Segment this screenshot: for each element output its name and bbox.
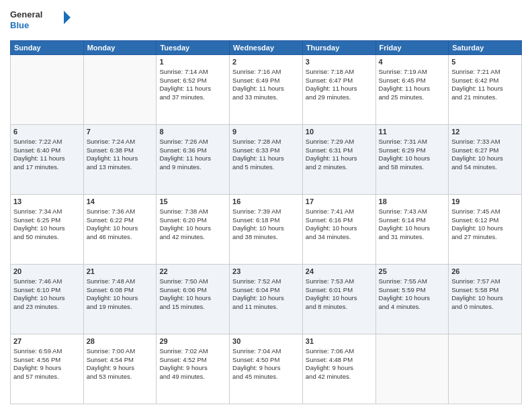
day-detail: Sunrise: 7:26 AM Sunset: 6:36 PM Dayligh… bbox=[159, 138, 226, 172]
day-detail: Sunrise: 7:16 AM Sunset: 6:49 PM Dayligh… bbox=[232, 68, 300, 102]
day-detail: Sunrise: 7:46 AM Sunset: 6:10 PM Dayligh… bbox=[13, 277, 81, 312]
cell-week5-day2: 29Sunrise: 7:02 AM Sunset: 4:52 PM Dayli… bbox=[157, 334, 230, 404]
day-number: 9 bbox=[232, 127, 300, 137]
cell-week4-day4: 24Sunrise: 7:53 AM Sunset: 6:01 PM Dayli… bbox=[302, 265, 375, 334]
header-monday: Monday bbox=[83, 41, 157, 55]
day-detail: Sunrise: 7:31 AM Sunset: 6:29 PM Dayligh… bbox=[379, 138, 446, 172]
svg-text:Blue: Blue bbox=[10, 20, 29, 30]
day-number: 31 bbox=[306, 336, 373, 347]
day-detail: Sunrise: 7:48 AM Sunset: 6:08 PM Dayligh… bbox=[87, 277, 154, 312]
day-detail: Sunrise: 7:36 AM Sunset: 6:22 PM Dayligh… bbox=[87, 208, 154, 242]
day-number: 10 bbox=[306, 127, 373, 137]
svg-marker-2 bbox=[64, 11, 71, 24]
cell-week4-day3: 23Sunrise: 7:52 AM Sunset: 6:04 PM Dayli… bbox=[230, 265, 303, 334]
header-thursday: Thursday bbox=[302, 41, 375, 55]
day-number: 5 bbox=[451, 57, 519, 67]
day-number: 16 bbox=[232, 197, 300, 207]
header-tuesday: Tuesday bbox=[157, 41, 230, 55]
header-wednesday: Wednesday bbox=[230, 41, 303, 55]
cell-week2-day3: 9Sunrise: 7:28 AM Sunset: 6:33 PM Daylig… bbox=[230, 125, 303, 195]
day-detail: Sunrise: 7:38 AM Sunset: 6:20 PM Dayligh… bbox=[159, 208, 226, 242]
day-detail: Sunrise: 7:57 AM Sunset: 5:58 PM Dayligh… bbox=[451, 277, 519, 312]
day-number: 18 bbox=[379, 197, 446, 207]
cell-week3-day2: 15Sunrise: 7:38 AM Sunset: 6:20 PM Dayli… bbox=[157, 195, 230, 265]
day-number: 1 bbox=[159, 57, 226, 67]
week-row-5: 27Sunrise: 6:59 AM Sunset: 4:56 PM Dayli… bbox=[11, 334, 522, 404]
day-detail: Sunrise: 7:39 AM Sunset: 6:18 PM Dayligh… bbox=[232, 208, 300, 242]
day-detail: Sunrise: 7:53 AM Sunset: 6:01 PM Dayligh… bbox=[306, 277, 373, 312]
week-row-4: 20Sunrise: 7:46 AM Sunset: 6:10 PM Dayli… bbox=[11, 265, 522, 334]
cell-week2-day4: 10Sunrise: 7:29 AM Sunset: 6:31 PM Dayli… bbox=[302, 125, 375, 195]
cell-week3-day1: 14Sunrise: 7:36 AM Sunset: 6:22 PM Dayli… bbox=[83, 195, 157, 265]
day-detail: Sunrise: 7:28 AM Sunset: 6:33 PM Dayligh… bbox=[232, 138, 300, 172]
cell-week3-day5: 18Sunrise: 7:43 AM Sunset: 6:14 PM Dayli… bbox=[375, 195, 449, 265]
page: General Blue SundayMondayTuesdayWednesda… bbox=[0, 0, 532, 411]
week-row-2: 6Sunrise: 7:22 AM Sunset: 6:40 PM Daylig… bbox=[11, 125, 522, 195]
day-number: 11 bbox=[379, 127, 446, 137]
cell-week2-day0: 6Sunrise: 7:22 AM Sunset: 6:40 PM Daylig… bbox=[11, 125, 84, 195]
cell-week1-day0 bbox=[11, 55, 84, 125]
cell-week1-day6: 5Sunrise: 7:21 AM Sunset: 6:42 PM Daylig… bbox=[449, 55, 522, 125]
cell-week5-day6 bbox=[449, 334, 522, 404]
cell-week1-day1 bbox=[83, 55, 157, 125]
day-number: 21 bbox=[87, 267, 154, 277]
day-number: 2 bbox=[232, 57, 300, 67]
day-number: 25 bbox=[379, 267, 446, 277]
day-number: 22 bbox=[159, 267, 226, 277]
day-number: 20 bbox=[13, 267, 81, 277]
days-header-row: SundayMondayTuesdayWednesdayThursdayFrid… bbox=[11, 41, 522, 55]
week-row-3: 13Sunrise: 7:34 AM Sunset: 6:25 PM Dayli… bbox=[11, 195, 522, 265]
day-number: 19 bbox=[451, 197, 519, 207]
cell-week4-day0: 20Sunrise: 7:46 AM Sunset: 6:10 PM Dayli… bbox=[11, 265, 84, 334]
day-number: 28 bbox=[87, 336, 154, 347]
cell-week4-day1: 21Sunrise: 7:48 AM Sunset: 6:08 PM Dayli… bbox=[83, 265, 157, 334]
day-detail: Sunrise: 7:55 AM Sunset: 5:59 PM Dayligh… bbox=[379, 277, 446, 312]
cell-week3-day3: 16Sunrise: 7:39 AM Sunset: 6:18 PM Dayli… bbox=[230, 195, 303, 265]
day-number: 26 bbox=[451, 267, 519, 277]
day-detail: Sunrise: 7:34 AM Sunset: 6:25 PM Dayligh… bbox=[13, 208, 81, 242]
day-number: 6 bbox=[13, 127, 81, 137]
cell-week2-day6: 12Sunrise: 7:33 AM Sunset: 6:27 PM Dayli… bbox=[449, 125, 522, 195]
day-detail: Sunrise: 7:02 AM Sunset: 4:52 PM Dayligh… bbox=[159, 347, 226, 381]
cell-week5-day5 bbox=[375, 334, 449, 404]
cell-week2-day1: 7Sunrise: 7:24 AM Sunset: 6:38 PM Daylig… bbox=[83, 125, 157, 195]
day-detail: Sunrise: 7:43 AM Sunset: 6:14 PM Dayligh… bbox=[379, 208, 446, 242]
svg-text:General: General bbox=[10, 9, 42, 19]
day-number: 8 bbox=[159, 127, 226, 137]
week-row-1: 1Sunrise: 7:14 AM Sunset: 6:52 PM Daylig… bbox=[11, 55, 522, 125]
day-detail: Sunrise: 7:19 AM Sunset: 6:45 PM Dayligh… bbox=[379, 68, 446, 102]
day-number: 12 bbox=[451, 127, 519, 137]
cell-week5-day4: 31Sunrise: 7:06 AM Sunset: 4:48 PM Dayli… bbox=[302, 334, 375, 404]
cell-week4-day5: 25Sunrise: 7:55 AM Sunset: 5:59 PM Dayli… bbox=[375, 265, 449, 334]
day-detail: Sunrise: 7:33 AM Sunset: 6:27 PM Dayligh… bbox=[451, 138, 519, 172]
day-number: 29 bbox=[159, 336, 226, 347]
day-detail: Sunrise: 6:59 AM Sunset: 4:56 PM Dayligh… bbox=[13, 347, 81, 381]
header: General Blue bbox=[10, 7, 522, 35]
cell-week5-day3: 30Sunrise: 7:04 AM Sunset: 4:50 PM Dayli… bbox=[230, 334, 303, 404]
cell-week3-day4: 17Sunrise: 7:41 AM Sunset: 6:16 PM Dayli… bbox=[302, 195, 375, 265]
day-detail: Sunrise: 7:21 AM Sunset: 6:42 PM Dayligh… bbox=[451, 68, 519, 102]
day-number: 3 bbox=[306, 57, 373, 67]
cell-week5-day0: 27Sunrise: 6:59 AM Sunset: 4:56 PM Dayli… bbox=[11, 334, 84, 404]
cell-week1-day5: 4Sunrise: 7:19 AM Sunset: 6:45 PM Daylig… bbox=[375, 55, 449, 125]
day-detail: Sunrise: 7:45 AM Sunset: 6:12 PM Dayligh… bbox=[451, 208, 519, 242]
cell-week2-day2: 8Sunrise: 7:26 AM Sunset: 6:36 PM Daylig… bbox=[157, 125, 230, 195]
cell-week4-day6: 26Sunrise: 7:57 AM Sunset: 5:58 PM Dayli… bbox=[449, 265, 522, 334]
day-detail: Sunrise: 7:41 AM Sunset: 6:16 PM Dayligh… bbox=[306, 208, 373, 242]
day-number: 23 bbox=[232, 267, 300, 277]
day-number: 27 bbox=[13, 336, 81, 347]
day-detail: Sunrise: 7:14 AM Sunset: 6:52 PM Dayligh… bbox=[159, 68, 226, 102]
header-saturday: Saturday bbox=[449, 41, 522, 55]
day-number: 15 bbox=[159, 197, 226, 207]
day-number: 17 bbox=[306, 197, 373, 207]
cell-week3-day6: 19Sunrise: 7:45 AM Sunset: 6:12 PM Dayli… bbox=[449, 195, 522, 265]
cell-week2-day5: 11Sunrise: 7:31 AM Sunset: 6:29 PM Dayli… bbox=[375, 125, 449, 195]
logo: General Blue bbox=[10, 7, 71, 35]
day-number: 30 bbox=[232, 336, 300, 347]
day-detail: Sunrise: 7:52 AM Sunset: 6:04 PM Dayligh… bbox=[232, 277, 300, 312]
day-number: 7 bbox=[87, 127, 154, 137]
cell-week4-day2: 22Sunrise: 7:50 AM Sunset: 6:06 PM Dayli… bbox=[157, 265, 230, 334]
cell-week5-day1: 28Sunrise: 7:00 AM Sunset: 4:54 PM Dayli… bbox=[83, 334, 157, 404]
cell-week1-day2: 1Sunrise: 7:14 AM Sunset: 6:52 PM Daylig… bbox=[157, 55, 230, 125]
day-number: 4 bbox=[379, 57, 446, 67]
